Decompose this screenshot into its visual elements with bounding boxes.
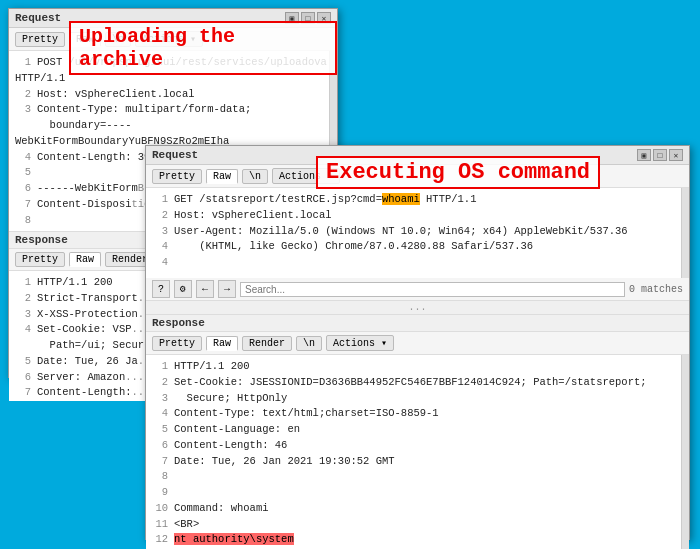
panel2-tab-pretty[interactable]: Pretty [152,169,202,184]
panel1-tab-raw[interactable]: Raw [69,32,101,47]
panel2-resp-tab-pretty[interactable]: Pretty [152,336,202,351]
panel2-req-line-4: 4 (KHTML, like Gecko) Chrome/87.0.4280.8… [152,239,683,255]
panel2-btn1[interactable]: ▣ [637,149,651,161]
panel-execute: Request ▣ □ ✕ Executing OS command Prett… [145,145,690,540]
panel1-btn3[interactable]: ✕ [317,12,331,24]
panel1-resp-tab-raw[interactable]: Raw [69,252,101,267]
system-highlight: nt authority\system [174,533,294,545]
panel2-tab-raw[interactable]: Raw [206,169,238,184]
req-line-3: 3Content-Type: multipart/form-data; [15,102,331,118]
panel2-resp-tab-raw[interactable]: Raw [206,336,238,351]
panel1-tab-pretty[interactable]: Pretty [15,32,65,47]
panel1-btn1[interactable]: ▣ [285,12,299,24]
panel1-title: Request [15,12,61,24]
p2-resp-11: 11<BR> [152,517,683,533]
search-matches: 0 matches [629,284,683,295]
p2-resp-6: 6Content-Length: 46 [152,438,683,454]
p2-resp-3: 3 Secure; HttpOnly [152,391,683,407]
panel2-resp-tab-newline[interactable]: \n [296,336,322,351]
panel2-actions-btn[interactable]: Actions ▾ [272,168,340,184]
panel2-response-label: Response [146,314,689,332]
panel2-response-content: 1HTTP/1.1 200 2Set-Cookie: JSESSIONID=D3… [146,355,689,549]
panel2-req-line-3: 3User-Agent: Mozilla/5.0 (Windows NT 10.… [152,224,683,240]
whoami-highlight: whoami [382,193,420,205]
req-line-2: 2Host: vSphereClient.local [15,87,331,103]
panel2-req-line-1: 1GET /statsreport/testRCE.jsp?cmd=whoami… [152,192,683,208]
p2-resp-10: 10Command: whoami [152,501,683,517]
panel1-actions-btn[interactable]: Actions ▾ [135,31,203,47]
panel2-controls: ▣ □ ✕ [637,149,683,161]
back-icon[interactable]: ← [196,280,214,298]
p2-resp-9: 9 [152,485,683,501]
panel1-tabs: Pretty Raw \n Actions ▾ [9,28,337,51]
p2-resp-5: 5Content-Language: en [152,422,683,438]
forward-icon[interactable]: → [218,280,236,298]
panel1-tab-newline[interactable]: \n [105,32,131,47]
panel2-tabs: Pretty Raw \n Actions ▾ [146,165,689,188]
p2-resp-8: 8 [152,469,683,485]
panel2-response-tabs: Pretty Raw Render \n Actions ▾ [146,332,689,355]
panel2-search-bar: ? ⚙ ← → 0 matches [146,278,689,301]
panel2-resp-scrollbar[interactable] [681,355,689,549]
panel2-titlebar: Request ▣ □ ✕ [146,146,689,165]
p2-resp-4: 4Content-Type: text/html;charset=ISO-885… [152,406,683,422]
panel1-resp-tab-pretty[interactable]: Pretty [15,252,65,267]
panel2-resp-tab-render[interactable]: Render [242,336,292,351]
panel2-req-line-5: 4 [152,255,683,271]
ellipsis: ... [146,301,689,314]
panel2-search-input[interactable] [240,282,625,297]
p2-resp-12: 12nt authority\system [152,532,683,548]
panel2-tab-newline[interactable]: \n [242,169,268,184]
panel2-scrollbar[interactable] [681,188,689,278]
panel2-req-line-2: 2Host: vSphereClient.local [152,208,683,224]
p2-resp-7: 7Date: Tue, 26 Jan 2021 19:30:52 GMT [152,454,683,470]
question-icon[interactable]: ? [152,280,170,298]
panel2-title: Request [152,149,198,161]
panel2-btn2[interactable]: □ [653,149,667,161]
panel1-controls: ▣ □ ✕ [285,12,331,24]
gear-icon[interactable]: ⚙ [174,280,192,298]
panel2-resp-actions-btn[interactable]: Actions ▾ [326,335,394,351]
panel1-btn2[interactable]: □ [301,12,315,24]
panel1-titlebar: Request ▣ □ ✕ [9,9,337,28]
p2-resp-1: 1HTTP/1.1 200 [152,359,683,375]
panel2-btn3[interactable]: ✕ [669,149,683,161]
req-line-1: 1POST /ui/vropspluginui/rest/services/up… [15,55,331,87]
p2-resp-2: 2Set-Cookie: JSESSIONID=D3636BB44952FC54… [152,375,683,391]
panel2-request-content: 1GET /statsreport/testRCE.jsp?cmd=whoami… [146,188,689,278]
